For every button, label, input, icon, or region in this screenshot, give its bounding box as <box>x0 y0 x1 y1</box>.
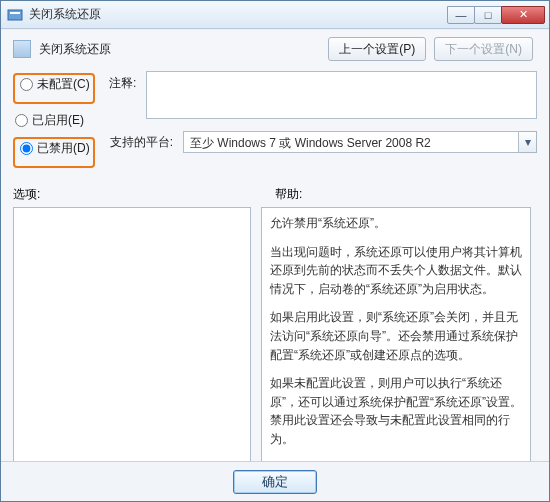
prev-setting-button[interactable]: 上一个设置(P) <box>328 37 426 61</box>
help-pane: 允许禁用“系统还原”。 当出现问题时，系统还原可以使用户将其计算机还原到先前的状… <box>261 207 531 471</box>
platform-value: 至少 Windows 7 或 Windows Server 2008 R2 <box>183 131 519 153</box>
platform-dropdown-button[interactable]: ▾ <box>519 131 537 153</box>
header-row: 关闭系统还原 上一个设置(P) 下一个设置(N) <box>13 37 537 61</box>
help-paragraph: 当出现问题时，系统还原可以使用户将其计算机还原到先前的状态而不丢失个人数据文件。… <box>270 243 522 299</box>
radio-enabled-input[interactable] <box>15 114 28 127</box>
next-setting-button[interactable]: 下一个设置(N) <box>434 37 533 61</box>
radio-column: 未配置(C) 已启用(E) 已禁用(D) <box>13 71 101 168</box>
window-title: 关闭系统还原 <box>29 6 448 23</box>
dialog-window: 关闭系统还原 — □ ✕ 关闭系统还原 上一个设置(P) 下一个设置(N) <box>0 0 550 502</box>
maximize-button[interactable]: □ <box>474 6 502 24</box>
close-button[interactable]: ✕ <box>501 6 545 24</box>
policy-title: 关闭系统还原 <box>39 41 328 58</box>
radio-enabled[interactable]: 已启用(E) <box>13 112 101 129</box>
help-label: 帮助: <box>275 186 537 203</box>
policy-icon <box>13 40 31 58</box>
window-controls: — □ ✕ <box>448 6 545 24</box>
pane-headers: 选项: 帮助: <box>13 186 537 203</box>
titlebar: 关闭系统还原 — □ ✕ <box>1 1 549 29</box>
footer: 确定 <box>1 461 549 501</box>
radio-not-configured-input[interactable] <box>20 78 33 91</box>
state-radio-group: 未配置(C) 已启用(E) 已禁用(D) <box>13 73 101 168</box>
panes: 允许禁用“系统还原”。 当出现问题时，系统还原可以使用户将其计算机还原到先前的状… <box>13 207 537 471</box>
help-paragraph: 如果未配置此设置，则用户可以执行“系统还原”，还可以通过系统保护配置“系统还原”… <box>270 374 522 448</box>
radio-disabled-label: 已禁用(D) <box>37 140 90 157</box>
help-paragraph: 允许禁用“系统还原”。 <box>270 214 522 233</box>
svg-rect-1 <box>10 12 20 14</box>
content-area: 关闭系统还原 上一个设置(P) 下一个设置(N) 未配置(C) <box>1 29 549 479</box>
ok-button[interactable]: 确定 <box>233 470 317 494</box>
app-icon <box>7 7 23 23</box>
comment-column: 注释: 支持的平台: 至少 Windows 7 或 Windows Server… <box>109 71 537 168</box>
highlight-not-configured: 未配置(C) <box>13 73 95 104</box>
highlight-disabled: 已禁用(D) <box>13 137 95 168</box>
options-pane <box>13 207 251 471</box>
radio-disabled[interactable]: 已禁用(D) <box>18 140 90 157</box>
radio-not-configured[interactable]: 未配置(C) <box>18 76 90 93</box>
minimize-button[interactable]: — <box>447 6 475 24</box>
nav-buttons: 上一个设置(P) 下一个设置(N) <box>328 37 533 61</box>
radio-disabled-input[interactable] <box>20 142 33 155</box>
chevron-down-icon: ▾ <box>525 135 531 149</box>
comment-textarea[interactable] <box>146 71 537 119</box>
platform-label: 支持的平台: <box>109 134 173 151</box>
config-row: 未配置(C) 已启用(E) 已禁用(D) <box>13 71 537 168</box>
help-paragraph: 如果启用此设置，则“系统还原”会关闭，并且无法访问“系统还原向导”。还会禁用通过… <box>270 308 522 364</box>
svg-rect-0 <box>8 10 22 20</box>
platform-row: 支持的平台: 至少 Windows 7 或 Windows Server 200… <box>109 131 537 153</box>
options-label: 选项: <box>13 186 275 203</box>
radio-not-configured-label: 未配置(C) <box>37 76 90 93</box>
radio-enabled-label: 已启用(E) <box>32 112 84 129</box>
comment-label: 注释: <box>109 71 138 119</box>
